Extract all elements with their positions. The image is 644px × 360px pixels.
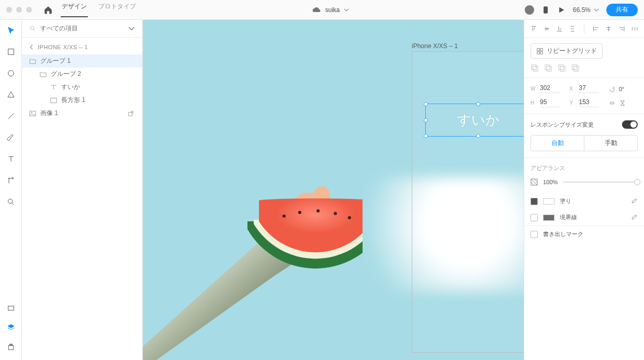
polygon-tool[interactable] bbox=[7, 91, 15, 100]
svg-point-16 bbox=[298, 211, 301, 214]
segment-auto[interactable]: 自動 bbox=[531, 136, 584, 151]
svg-point-3 bbox=[8, 71, 14, 76]
rotation-field[interactable]: 0° bbox=[608, 85, 638, 93]
tab-prototype[interactable]: プロトタイプ bbox=[97, 2, 137, 17]
layer-item[interactable]: 長方形 1 bbox=[22, 94, 142, 107]
artboard-tool[interactable] bbox=[7, 176, 15, 186]
zoom-tool[interactable] bbox=[7, 198, 15, 208]
svg-rect-6 bbox=[8, 345, 13, 350]
layer-item[interactable]: グループ 2 bbox=[22, 68, 142, 81]
svg-rect-21 bbox=[540, 48, 543, 50]
device-preview-icon[interactable] bbox=[541, 6, 550, 14]
svg-rect-28 bbox=[559, 65, 563, 70]
artboard[interactable] bbox=[412, 51, 524, 353]
layer-item[interactable]: すいか bbox=[22, 81, 142, 94]
home-icon[interactable] bbox=[43, 5, 53, 15]
height-field[interactable] bbox=[540, 98, 560, 107]
responsive-toggle[interactable] bbox=[622, 120, 638, 129]
responsive-segment[interactable]: 自動 手動 bbox=[530, 135, 638, 151]
svg-rect-31 bbox=[574, 66, 579, 71]
ellipse-tool[interactable] bbox=[7, 69, 15, 79]
opacity-icon bbox=[530, 178, 538, 186]
plugins-panel-icon[interactable] bbox=[7, 343, 15, 353]
stroke-checkbox[interactable] bbox=[530, 214, 538, 221]
selection-box[interactable]: すいか bbox=[425, 104, 524, 137]
align-right-icon[interactable] bbox=[618, 25, 625, 33]
stroke-swatch[interactable] bbox=[543, 215, 555, 221]
document-title[interactable]: suika bbox=[137, 6, 525, 14]
svg-rect-5 bbox=[8, 306, 14, 310]
align-left-icon[interactable] bbox=[593, 25, 600, 33]
svg-point-12 bbox=[31, 112, 32, 113]
external-icon bbox=[128, 110, 134, 117]
rectangle-tool[interactable] bbox=[7, 48, 15, 58]
dropper-icon[interactable] bbox=[630, 214, 638, 221]
background-image bbox=[143, 119, 363, 360]
breadcrumb[interactable]: IPHONE X/XS – 1 bbox=[22, 38, 142, 54]
chevron-down-icon bbox=[128, 25, 135, 32]
svg-point-19 bbox=[348, 216, 351, 219]
opacity-slider[interactable] bbox=[563, 182, 638, 183]
share-button[interactable]: 共有 bbox=[606, 4, 638, 16]
zoom-level[interactable]: 66.5% bbox=[573, 6, 599, 14]
svg-rect-22 bbox=[537, 51, 539, 53]
fill-swatch[interactable] bbox=[543, 198, 555, 205]
avatar[interactable] bbox=[525, 5, 534, 15]
stroke-label: 境界線 bbox=[560, 213, 577, 221]
chevron-down-icon bbox=[594, 8, 599, 12]
svg-rect-29 bbox=[560, 66, 565, 71]
window-controls[interactable] bbox=[0, 7, 38, 13]
distribute-v-icon[interactable] bbox=[569, 25, 576, 33]
repeat-grid-button[interactable]: リピートグリッド bbox=[530, 43, 603, 59]
align-top-icon[interactable] bbox=[530, 25, 537, 33]
svg-rect-23 bbox=[540, 51, 543, 53]
svg-rect-20 bbox=[537, 48, 539, 50]
fill-checkbox[interactable] bbox=[530, 198, 538, 205]
play-icon[interactable] bbox=[557, 6, 566, 14]
x-field[interactable] bbox=[579, 84, 599, 93]
opacity-value: 100% bbox=[543, 179, 558, 185]
svg-rect-11 bbox=[30, 111, 36, 116]
properties-panel: リピートグリッド W X 0° H Y レスポンシブサイズ変更 自動 手動 bbox=[524, 20, 644, 360]
layer-item[interactable]: グループ 1 bbox=[22, 54, 142, 68]
svg-rect-10 bbox=[51, 98, 57, 103]
appearance-title: アピアランス bbox=[524, 158, 644, 178]
segment-manual[interactable]: 手動 bbox=[584, 136, 637, 151]
layers-search[interactable]: すべての項目 bbox=[22, 20, 142, 38]
search-icon bbox=[29, 25, 36, 32]
width-label: W bbox=[530, 86, 537, 92]
width-field[interactable] bbox=[540, 84, 560, 93]
boolean-union-icon[interactable] bbox=[530, 64, 539, 72]
flip-icons[interactable] bbox=[608, 99, 638, 107]
export-mark-checkbox[interactable] bbox=[530, 231, 538, 238]
chevron-left-icon bbox=[29, 44, 33, 50]
y-field[interactable] bbox=[579, 98, 599, 107]
dropper-icon[interactable] bbox=[630, 198, 638, 205]
artboard-label[interactable]: iPhone X/XS – 1 bbox=[412, 42, 458, 50]
svg-point-4 bbox=[8, 199, 12, 204]
svg-rect-27 bbox=[547, 66, 551, 71]
height-label: H bbox=[530, 100, 537, 106]
layers-panel-icon[interactable] bbox=[7, 323, 15, 333]
layer-item[interactable]: 画像 1 bbox=[22, 107, 142, 120]
svg-rect-26 bbox=[545, 65, 550, 70]
tool-column bbox=[0, 20, 22, 360]
svg-point-18 bbox=[334, 212, 337, 215]
text-tool[interactable] bbox=[7, 155, 15, 165]
distribute-h-icon[interactable] bbox=[631, 25, 638, 33]
pen-tool[interactable] bbox=[7, 133, 15, 143]
boolean-intersect-icon[interactable] bbox=[558, 64, 566, 72]
canvas[interactable]: iPhone X/XS – 1 すいか bbox=[143, 20, 524, 360]
svg-rect-24 bbox=[532, 65, 536, 70]
svg-point-15 bbox=[283, 215, 286, 218]
align-bottom-icon[interactable] bbox=[556, 25, 563, 33]
align-hcenter-icon[interactable] bbox=[605, 25, 612, 33]
assets-panel-icon[interactable] bbox=[7, 304, 15, 314]
select-tool[interactable] bbox=[7, 26, 15, 36]
line-tool[interactable] bbox=[7, 112, 15, 122]
align-vcenter-icon[interactable] bbox=[544, 25, 550, 33]
boolean-exclude-icon[interactable] bbox=[571, 64, 580, 72]
boolean-subtract-icon[interactable] bbox=[544, 64, 552, 72]
fill-label: 塗り bbox=[560, 197, 571, 205]
tab-design[interactable]: デザイン bbox=[61, 2, 88, 17]
